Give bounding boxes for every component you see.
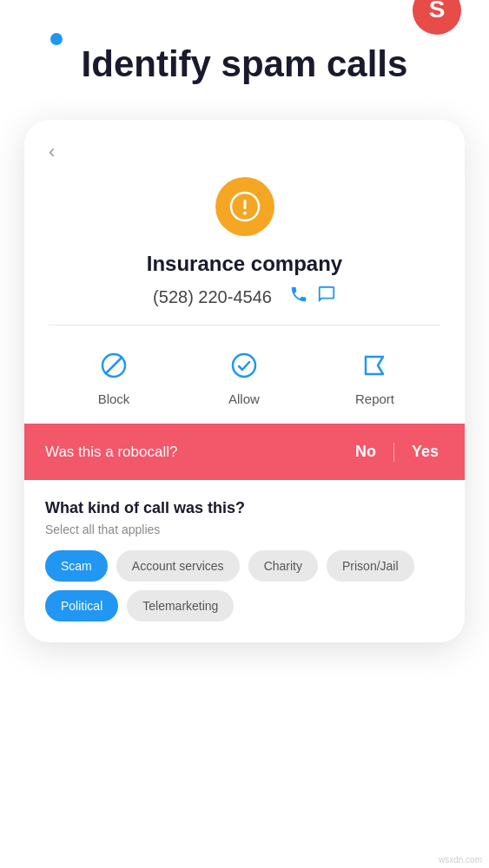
company-name: Insurance company: [49, 252, 440, 276]
phone-icons: [289, 285, 336, 309]
allow-label: Allow: [228, 391, 260, 406]
answer-divider: [393, 443, 394, 462]
phone-row: (528) 220-4546: [49, 285, 440, 309]
call-icon[interactable]: [289, 285, 308, 309]
robocall-question: Was this a robocall?: [45, 444, 177, 461]
watermark: wsxdn.com: [439, 855, 482, 865]
report-label: Report: [355, 391, 394, 406]
page-title: Identify spam calls: [35, 43, 454, 85]
blue-dot-decoration: [50, 33, 63, 45]
warning-icon: [229, 191, 261, 222]
divider: [49, 325, 440, 326]
call-type-subtitle: Select all that applies: [45, 523, 444, 536]
svg-line-6: [105, 357, 122, 374]
tag-item[interactable]: Political: [45, 590, 118, 621]
phone-card: ‹ Insurance company (528) 220-4546: [24, 120, 465, 642]
tag-item[interactable]: Account services: [116, 550, 240, 582]
tag-item[interactable]: Charity: [248, 550, 318, 582]
robocall-banner: Was this a robocall? No Yes: [24, 424, 465, 480]
robocall-answers: No Yes: [350, 439, 444, 464]
svg-rect-3: [243, 200, 246, 209]
tags-row: ScamAccount servicesCharityPrison/JailPo…: [45, 550, 444, 621]
phone-number: (528) 220-4546: [153, 287, 272, 307]
block-label: Block: [98, 391, 130, 406]
card-inner: ‹ Insurance company (528) 220-4546: [24, 120, 465, 424]
svg-text:S: S: [429, 0, 446, 23]
action-row: Block Allow Report: [49, 343, 440, 424]
warning-icon-circle: [215, 177, 274, 236]
call-type-title: What kind of call was this?: [45, 499, 444, 517]
tag-item[interactable]: Scam: [45, 550, 108, 582]
allow-action[interactable]: Allow: [225, 346, 263, 406]
call-type-section: What kind of call was this? Select all t…: [24, 480, 465, 642]
allow-icon: [225, 346, 263, 385]
robocall-yes-button[interactable]: Yes: [406, 439, 444, 464]
tag-item[interactable]: Telemarketing: [127, 590, 234, 621]
tag-item[interactable]: Prison/Jail: [327, 550, 414, 582]
robocall-no-button[interactable]: No: [350, 439, 381, 464]
top-decoration: S: [411, 0, 463, 36]
svg-point-4: [243, 212, 247, 215]
report-icon: [355, 346, 393, 385]
message-icon[interactable]: [317, 285, 336, 309]
svg-point-7: [233, 354, 255, 377]
block-action[interactable]: Block: [95, 346, 133, 406]
block-icon: [95, 346, 133, 385]
back-button[interactable]: ‹: [49, 141, 440, 163]
report-action[interactable]: Report: [355, 346, 394, 406]
